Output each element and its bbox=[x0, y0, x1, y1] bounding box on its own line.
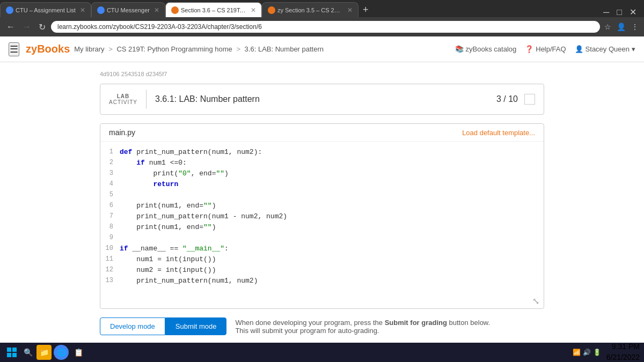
menu-button[interactable]: ⋮ bbox=[630, 21, 640, 32]
code-token-str: "" bbox=[203, 202, 212, 210]
line-content: print(num1, end="") bbox=[120, 202, 216, 210]
line-number: 4 bbox=[100, 180, 120, 188]
code-line: 4 return bbox=[100, 180, 544, 191]
line-content: def print_num_pattern(num1, num2): bbox=[120, 148, 262, 156]
back-button[interactable]: ← bbox=[4, 21, 17, 33]
line-number: 8 bbox=[100, 223, 120, 231]
content-inner: 4d9106 2543518 d2345f7 LAB ACTIVITY 3.6.… bbox=[91, 71, 553, 362]
code-token-norm: ) bbox=[212, 202, 216, 210]
code-token-norm: print( bbox=[120, 169, 178, 178]
breadcrumb-sep2: > bbox=[236, 45, 242, 53]
code-line: 2 if num1 <=0: bbox=[100, 159, 544, 169]
catalog-button[interactable]: 📚 zyBooks catalog bbox=[455, 45, 517, 53]
address-input[interactable] bbox=[51, 21, 600, 33]
breadcrumb-current: 3.6: LAB: Number pattern bbox=[245, 45, 324, 53]
mode-submit-bold: Submit for grading bbox=[385, 319, 447, 327]
start-button[interactable] bbox=[4, 345, 19, 360]
close-button[interactable]: ✕ bbox=[626, 7, 640, 17]
tab-label: CTU – Assignment List bbox=[16, 7, 76, 13]
profile-button[interactable]: 👤 bbox=[616, 21, 627, 32]
tab-close-icon[interactable]: ✕ bbox=[154, 6, 159, 14]
breadcrumb: My library > CS 219T: Python Programming… bbox=[74, 45, 324, 53]
volume-icon: 🔊 bbox=[583, 349, 591, 356]
code-token-str: "" bbox=[216, 169, 224, 178]
minimize-button[interactable]: ─ bbox=[600, 8, 612, 17]
submit-mode-button[interactable]: Submit mode bbox=[165, 317, 227, 335]
logo-books: Books bbox=[37, 43, 70, 55]
taskbar-search-button[interactable]: 🔍 bbox=[21, 346, 34, 359]
code-token-norm: ) bbox=[212, 223, 216, 231]
hamburger-menu[interactable]: ☰ bbox=[9, 42, 19, 56]
code-resize: ⤡ bbox=[100, 294, 544, 308]
mode-row: Develop mode Submit mode When done devel… bbox=[100, 317, 544, 335]
tab-close-icon[interactable]: ✕ bbox=[80, 6, 85, 14]
tab-close-icon[interactable]: ✕ bbox=[347, 6, 353, 14]
user-menu-button[interactable]: 👤 Stacey Queen ▾ bbox=[575, 45, 635, 53]
tab-close-icon[interactable]: ✕ bbox=[251, 6, 256, 14]
browser-tab-tab4[interactable]: zy Section 3.5 – CS 219T: Python… ✕ bbox=[262, 2, 358, 17]
top-nav: ☰ zyBooks My library > CS 219T: Python P… bbox=[0, 36, 644, 62]
breadcrumb-my-library[interactable]: My library bbox=[74, 45, 104, 53]
line-number: 5 bbox=[100, 191, 120, 198]
code-token-norm bbox=[120, 159, 136, 167]
code-area[interactable]: 1def print_num_pattern(num1, num2):2 if … bbox=[100, 142, 544, 294]
develop-mode-button[interactable]: Develop mode bbox=[100, 317, 165, 335]
taskbar-file-explorer[interactable]: 📁 bbox=[36, 345, 52, 360]
address-bar-row: ← → ↻ ☆ 👤 ⋮ bbox=[0, 17, 644, 36]
battery-icon: 🔋 bbox=[593, 349, 601, 356]
editor-header: main.py Load default template... bbox=[100, 124, 544, 142]
line-number: 7 bbox=[100, 212, 120, 220]
logo-zy: zy bbox=[26, 43, 37, 55]
taskbar-app3[interactable]: 📋 bbox=[71, 345, 86, 360]
code-line: 5 bbox=[100, 191, 544, 202]
resize-handle-icon[interactable]: ⤡ bbox=[532, 296, 539, 306]
line-number: 2 bbox=[100, 159, 120, 166]
line-number: 13 bbox=[100, 277, 120, 284]
code-token-str: "0" bbox=[178, 169, 191, 178]
code-token-str: "" bbox=[203, 223, 212, 231]
browser-tab-tab2[interactable]: CTU Messenger ✕ bbox=[91, 2, 165, 17]
taskbar: 🔍 📁 🌐 📋 📶 🔊 🔋 9:31 PM 6/21/2022 bbox=[0, 343, 644, 362]
clock-date: 6/21/2022 bbox=[606, 352, 640, 362]
taskbar-chrome[interactable]: 🌐 bbox=[54, 345, 69, 360]
code-line: 1def print_num_pattern(num1, num2): bbox=[100, 148, 544, 159]
refresh-button[interactable]: ↻ bbox=[36, 21, 48, 33]
code-line: 9 bbox=[100, 234, 544, 245]
code-token-norm: print(num1, end= bbox=[120, 202, 203, 210]
help-button[interactable]: ❓ Help/FAQ bbox=[525, 45, 566, 53]
line-content: num1 = int(input()) bbox=[120, 255, 216, 263]
tab-label: zy Section 3.5 – CS 219T: Python… bbox=[277, 7, 343, 13]
line-content: print("0", end="") bbox=[120, 169, 229, 178]
code-token-kw: if bbox=[120, 245, 128, 253]
code-token-norm: print_num_pattern(num1, num2) bbox=[120, 277, 258, 285]
load-template-button[interactable]: Load default template... bbox=[462, 129, 535, 137]
code-token-kw: if bbox=[136, 159, 145, 167]
line-number: 3 bbox=[100, 169, 120, 177]
maximize-button[interactable]: □ bbox=[613, 8, 625, 17]
line-content: if __name__ == "__main__": bbox=[120, 245, 229, 253]
line-content bbox=[120, 234, 124, 242]
forward-button[interactable]: → bbox=[20, 21, 33, 33]
lab-text: LAB bbox=[117, 93, 130, 99]
nav-actions: 📚 zyBooks catalog ❓ Help/FAQ 👤 Stacey Qu… bbox=[455, 45, 635, 53]
new-tab-button[interactable]: + bbox=[358, 4, 373, 16]
line-content: print_num_pattern(num1 - num2, num2) bbox=[120, 212, 287, 220]
line-number: 11 bbox=[100, 255, 120, 263]
help-icon: ❓ bbox=[525, 45, 533, 53]
id-row: 4d9106 2543518 d2345f7 bbox=[100, 71, 544, 77]
code-token-norm bbox=[120, 180, 153, 188]
code-token-norm: num1 = int(input()) bbox=[120, 255, 216, 263]
code-token-norm: , end= bbox=[191, 169, 216, 178]
user-chevron-icon: ▾ bbox=[632, 45, 635, 53]
browser-tab-tab3[interactable]: Section 3.6 – CS 219T: Python Pr… ✕ bbox=[165, 2, 262, 17]
code-token-norm: print_num_pattern(num1 - num2, num2) bbox=[120, 212, 287, 220]
code-line: 10if __name__ == "__main__": bbox=[100, 245, 544, 255]
browser-tab-tab1[interactable]: CTU – Assignment List ✕ bbox=[0, 2, 91, 17]
code-line: 6 print(num1, end="") bbox=[100, 202, 544, 212]
lab-title: 3.6.1: LAB: Number pattern bbox=[155, 94, 496, 104]
bookmark-button[interactable]: ☆ bbox=[603, 21, 612, 32]
breadcrumb-course[interactable]: CS 219T: Python Programming home bbox=[116, 45, 232, 53]
code-token-norm: num1 <=0: bbox=[145, 159, 187, 167]
tab-icon bbox=[268, 6, 275, 14]
code-line: 12 num2 = int(input()) bbox=[100, 266, 544, 277]
